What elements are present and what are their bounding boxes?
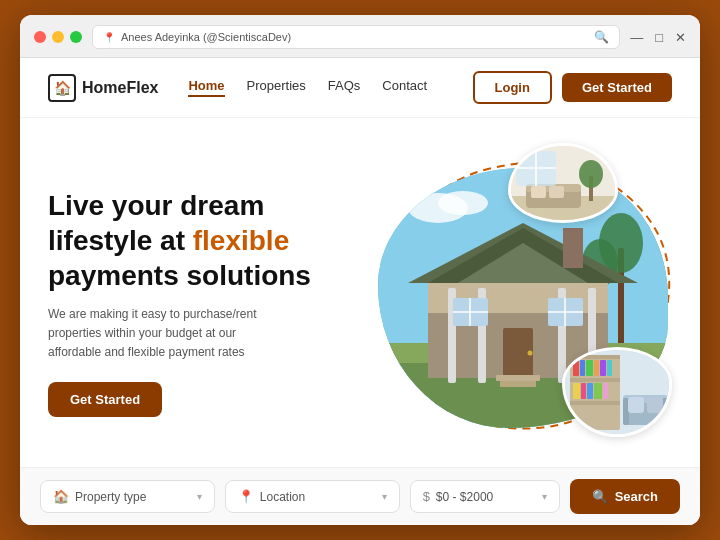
browser-controls: — □ ✕ [630, 30, 686, 45]
property-type-field[interactable]: 🏠 Property type ▾ [40, 480, 215, 513]
hero-title: Live your dream lifestyle at flexible pa… [48, 188, 348, 293]
hero-images [348, 138, 672, 467]
location-label: Location [260, 490, 376, 504]
browser-window: 📍 Anees Adeyinka (@ScientiscaDev) 🔍 — □ … [20, 15, 700, 525]
close-button[interactable]: ✕ [675, 30, 686, 45]
svg-rect-47 [586, 360, 593, 376]
site-content: 🏠 HomeFlex Home Properties FAQs Contact … [20, 58, 700, 525]
svg-point-2 [438, 191, 488, 215]
hero-title-highlight: flexible [193, 225, 289, 256]
svg-rect-44 [570, 401, 620, 405]
location-icon: 📍 [238, 489, 254, 504]
nav-links: Home Properties FAQs Contact [188, 78, 472, 97]
location-pin-icon: 📍 [103, 32, 115, 43]
price-field[interactable]: $ $0 - $2000 ▾ [410, 480, 560, 513]
logo-text: HomeFlex [82, 79, 158, 97]
svg-rect-51 [573, 383, 580, 399]
hero-subtitle: We are making it easy to purchase/rent p… [48, 305, 268, 363]
svg-rect-48 [594, 360, 599, 376]
minimize-traffic-light[interactable] [52, 31, 64, 43]
hero-title-line2: lifestyle at [48, 225, 193, 256]
traffic-lights [34, 31, 82, 43]
price-label: $0 - $2000 [436, 490, 536, 504]
svg-rect-43 [570, 378, 620, 382]
hero-section: Live your dream lifestyle at flexible pa… [20, 118, 700, 467]
property-type-chevron-icon: ▾ [197, 491, 202, 502]
svg-rect-34 [549, 186, 564, 198]
svg-rect-55 [603, 383, 608, 399]
search-bar: 🏠 Property type ▾ 📍 Location ▾ $ $0 - $2… [20, 467, 700, 525]
svg-rect-46 [580, 360, 585, 376]
search-button-icon: 🔍 [592, 489, 608, 504]
get-started-nav-button[interactable]: Get Started [562, 73, 672, 102]
svg-rect-27 [496, 375, 540, 381]
svg-rect-49 [600, 360, 606, 376]
price-chevron-icon: ▾ [542, 491, 547, 502]
nav-link-properties[interactable]: Properties [247, 78, 306, 97]
search-button[interactable]: 🔍 Search [570, 479, 680, 514]
property-type-label: Property type [75, 490, 191, 504]
search-icon: 🔍 [594, 30, 609, 44]
nav-link-home[interactable]: Home [188, 78, 224, 97]
logo-icon: 🏠 [48, 74, 76, 102]
interior-top-svg [511, 146, 618, 223]
hero-text: Live your dream lifestyle at flexible pa… [48, 188, 348, 418]
svg-rect-50 [607, 360, 612, 376]
home-icon: 🏠 [53, 489, 69, 504]
svg-rect-28 [500, 381, 536, 387]
hero-cta-button[interactable]: Get Started [48, 382, 162, 417]
login-button[interactable]: Login [473, 71, 552, 104]
address-bar-text: Anees Adeyinka (@ScientiscaDev) [121, 31, 291, 43]
maximize-button[interactable]: □ [655, 30, 663, 45]
svg-rect-53 [587, 383, 593, 399]
browser-chrome: 📍 Anees Adeyinka (@ScientiscaDev) 🔍 — □ … [20, 15, 700, 58]
svg-rect-33 [531, 186, 546, 198]
hero-title-line1: Live your dream [48, 190, 264, 221]
close-traffic-light[interactable] [34, 31, 46, 43]
search-button-label: Search [615, 489, 658, 504]
svg-point-25 [528, 351, 533, 356]
nav-link-contact[interactable]: Contact [382, 78, 427, 97]
maximize-traffic-light[interactable] [70, 31, 82, 43]
nav-link-faqs[interactable]: FAQs [328, 78, 361, 97]
location-chevron-icon: ▾ [382, 491, 387, 502]
svg-rect-52 [581, 383, 586, 399]
svg-rect-60 [628, 397, 644, 413]
nav-actions: Login Get Started [473, 71, 672, 104]
minimize-button[interactable]: — [630, 30, 643, 45]
svg-rect-45 [573, 360, 579, 376]
dollar-icon: $ [423, 489, 430, 504]
location-field[interactable]: 📍 Location ▾ [225, 480, 400, 513]
hero-title-line3: payments solutions [48, 260, 311, 291]
svg-rect-61 [647, 397, 663, 413]
address-bar[interactable]: 📍 Anees Adeyinka (@ScientiscaDev) 🔍 [92, 25, 620, 49]
svg-rect-26 [563, 228, 583, 268]
logo: 🏠 HomeFlex [48, 74, 158, 102]
svg-point-36 [579, 160, 603, 188]
svg-rect-54 [594, 383, 602, 399]
navbar: 🏠 HomeFlex Home Properties FAQs Contact … [20, 58, 700, 118]
